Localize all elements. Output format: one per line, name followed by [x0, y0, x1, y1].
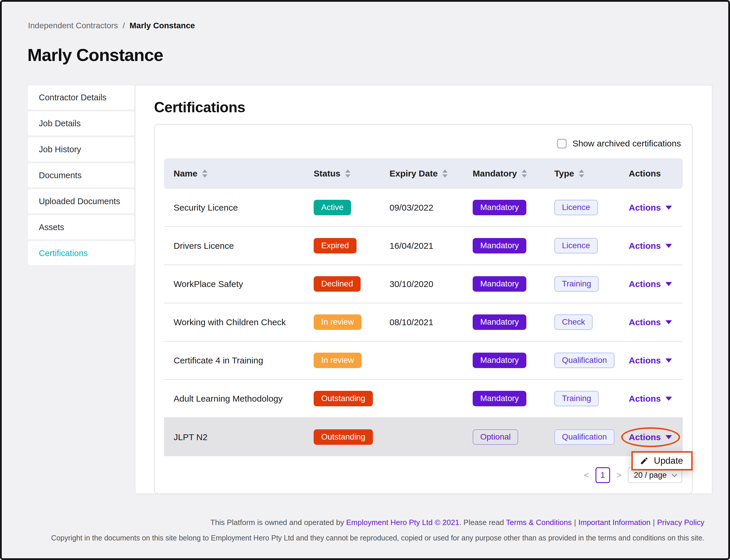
breadcrumb-current: Marly Constance: [129, 21, 195, 30]
mandatory-badge: Mandatory: [473, 276, 526, 291]
actions-label: Actions: [629, 317, 661, 327]
sidebar-item-uploaded-documents[interactable]: Uploaded Documents: [27, 189, 135, 214]
footer-separator: |: [574, 518, 576, 527]
sort-icon[interactable]: [442, 169, 448, 178]
actions-cell: Actions: [629, 203, 683, 213]
column-header-status[interactable]: Status: [314, 169, 390, 179]
actions-label: Actions: [629, 241, 661, 251]
expiry-date: 16/04/2021: [390, 241, 473, 251]
footer-link-important-information[interactable]: Important Information: [578, 518, 650, 527]
footer-legal-line: This Platform is owned and operated by E…: [27, 518, 704, 527]
breadcrumb-separator: /: [122, 21, 125, 30]
sort-icon[interactable]: [579, 169, 584, 178]
footer-separator: |: [653, 518, 655, 527]
pagination: < 1 > 20 / page: [164, 467, 683, 483]
type-cell: Licence: [554, 200, 629, 215]
status-badge: In review: [314, 353, 361, 368]
expiry-date: 09/03/2022: [390, 203, 473, 213]
status-cell: Declined: [314, 276, 390, 291]
mandatory-cell: Mandatory: [473, 391, 554, 406]
mandatory-badge: Optional: [473, 429, 518, 445]
show-archived-row: Show archived certifications: [164, 139, 681, 148]
sidebar-item-documents[interactable]: Documents: [27, 163, 135, 188]
status-cell: In review: [314, 314, 390, 330]
actions-label: Actions: [629, 432, 661, 442]
sidebar-item-job-history[interactable]: Job History: [27, 137, 135, 162]
type-badge: Training: [554, 276, 599, 291]
mandatory-cell: Mandatory: [473, 276, 554, 291]
caret-down-icon: [666, 320, 672, 324]
actions-menu-item-update[interactable]: Update: [631, 451, 693, 470]
show-archived-checkbox[interactable]: [557, 139, 567, 148]
actions-dropdown[interactable]: Actions: [629, 394, 672, 404]
mandatory-cell: Mandatory: [473, 353, 554, 368]
sidebar-item-certifications[interactable]: Certifications: [27, 241, 135, 266]
footer-text: This Platform is owned and operated by: [210, 518, 346, 527]
type-cell: Training: [554, 276, 629, 291]
pagination-page-1[interactable]: 1: [596, 467, 610, 483]
table-row-jlpt-n2: JLPT N2 Outstanding Optional Qualificati…: [164, 418, 683, 456]
actions-dropdown[interactable]: Actions: [629, 432, 672, 442]
pagination-next[interactable]: >: [617, 470, 622, 480]
column-header-expiry-date[interactable]: Expiry Date: [390, 169, 473, 179]
mandatory-cell: Optional: [473, 429, 554, 445]
footer-link-terms[interactable]: Terms & Conditions: [506, 518, 572, 527]
menu-item-label: Update: [654, 456, 683, 466]
table-row-workplace-safety: WorkPlace Safety Declined 30/10/2020 Man…: [164, 265, 683, 303]
table-row-working-with-children-check: Working with Children Check In review 08…: [164, 303, 683, 342]
sidebar-item-assets[interactable]: Assets: [27, 215, 135, 240]
footer-link-privacy-policy[interactable]: Privacy Policy: [657, 518, 704, 527]
status-cell: Outstanding: [314, 391, 390, 406]
actions-dropdown[interactable]: Actions: [629, 241, 672, 251]
sidebar-item-job-details[interactable]: Job Details: [27, 111, 135, 136]
column-header-mandatory[interactable]: Mandatory: [473, 169, 554, 179]
mandatory-badge: Mandatory: [473, 391, 526, 406]
expiry-date: 08/10/2021: [390, 317, 473, 327]
actions-dropdown[interactable]: Actions: [629, 279, 672, 289]
type-cell: Qualification: [554, 353, 629, 368]
table-row-security-licence: Security Licence Active 09/03/2022 Manda…: [164, 189, 683, 227]
mandatory-cell: Mandatory: [473, 314, 554, 330]
actions-label: Actions: [629, 203, 661, 213]
status-badge: Expired: [314, 238, 356, 253]
status-badge: In review: [314, 314, 361, 330]
actions-cell: Actions: [629, 317, 683, 327]
type-badge: Check: [554, 314, 593, 330]
section-title: Certifications: [154, 99, 693, 116]
type-badge: Licence: [554, 238, 598, 253]
table-row-drivers-licence: Drivers Licence Expired 16/04/2021 Manda…: [164, 227, 683, 265]
actions-dropdown[interactable]: Actions: [629, 317, 672, 327]
caret-down-icon: [666, 397, 672, 401]
column-header-type[interactable]: Type: [554, 169, 629, 179]
breadcrumb-parent-link[interactable]: Independent Contractors: [28, 21, 118, 30]
caret-down-icon: [666, 206, 672, 210]
cert-name: JLPT N2: [164, 432, 314, 442]
column-header-actions: Actions: [629, 169, 683, 179]
actions-dropdown[interactable]: Actions: [629, 356, 672, 365]
sidebar: Contractor Details Job Details Job Histo…: [27, 85, 135, 267]
sort-icon[interactable]: [202, 169, 207, 178]
expiry-date: 30/10/2020: [390, 279, 473, 289]
sort-icon[interactable]: [345, 169, 350, 178]
type-cell: Licence: [554, 238, 629, 253]
column-header-name[interactable]: Name: [164, 169, 314, 179]
mandatory-badge: Mandatory: [473, 353, 526, 368]
footer-link-employment-hero[interactable]: Employment Hero Pty Ltd © 2021: [346, 518, 459, 527]
caret-down-icon: [666, 358, 672, 363]
cert-name: Security Licence: [164, 203, 314, 213]
show-archived-label: Show archived certifications: [573, 139, 681, 148]
actions-dropdown[interactable]: Actions: [629, 203, 672, 213]
status-badge: Declined: [314, 276, 360, 291]
actions-cell: Actions: [629, 241, 683, 251]
column-label: Mandatory: [473, 169, 517, 179]
pagination-prev[interactable]: <: [584, 470, 589, 480]
main-panel: Certifications Show archived certificati…: [135, 85, 713, 494]
actions-label: Actions: [629, 394, 661, 404]
mandatory-badge: Mandatory: [473, 314, 526, 330]
mandatory-badge: Mandatory: [473, 238, 526, 253]
sidebar-item-contractor-details[interactable]: Contractor Details: [27, 85, 135, 110]
caret-down-icon: [666, 244, 672, 248]
type-badge: Qualification: [554, 429, 615, 445]
type-cell: Training: [554, 391, 629, 406]
sort-icon[interactable]: [522, 169, 527, 178]
